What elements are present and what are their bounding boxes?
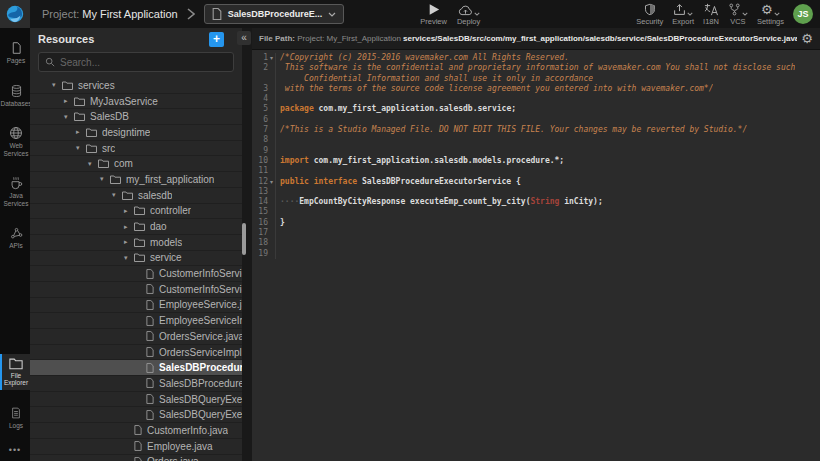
collapse-panel-button[interactable]: « — [237, 31, 251, 45]
line-number: 6 — [252, 115, 268, 125]
code-text: This software is the confidential and pr… — [280, 63, 795, 73]
code-lines: 1▾/*Copyright (c) 2015-2016 wavemaker.co… — [252, 53, 820, 259]
more-dots-icon[interactable]: ••• — [0, 445, 30, 455]
line-number: 4 — [252, 94, 268, 104]
search-input[interactable] — [60, 57, 227, 68]
deploy-button[interactable]: Deploy — [457, 0, 480, 28]
file-icon — [146, 378, 154, 388]
line-number: 14 — [252, 197, 268, 207]
tree-item-label: SalesDBProcedureExecutorServiceImpl.java — [159, 378, 242, 389]
tree-item[interactable]: ▸models — [30, 235, 242, 251]
fold-spacer — [268, 63, 276, 73]
preview-button[interactable]: Preview — [420, 0, 447, 28]
add-resource-button[interactable]: + — [209, 32, 224, 47]
collapse-arrow-icon[interactable]: ▾ — [64, 113, 74, 121]
tree-item[interactable]: ▾com — [30, 156, 242, 172]
file-icon — [146, 410, 154, 420]
tree-item[interactable]: ▸controller — [30, 204, 242, 220]
tree-item[interactable]: ▸designtime — [30, 125, 242, 141]
resource-search[interactable] — [38, 52, 234, 72]
tree-item[interactable]: CustomerInfo.java — [30, 423, 242, 439]
open-file-dropdown[interactable]: SalesDBProcedureE... — [204, 4, 345, 24]
collapse-arrow-icon[interactable]: ▾ — [100, 175, 110, 183]
tree-item[interactable]: ▸MyJavaService — [30, 94, 242, 110]
deploy-cloud-icon — [458, 4, 473, 16]
security-button[interactable]: Security — [636, 0, 663, 28]
chevron-down-icon — [742, 12, 748, 16]
fold-spacer — [268, 187, 276, 197]
tree-item[interactable]: CustomerInfoServiceImpl.java — [30, 282, 242, 298]
expand-arrow-icon[interactable]: ▸ — [76, 128, 86, 136]
project-breadcrumb: Project:My First Application — [42, 8, 178, 20]
collapse-arrow-icon[interactable]: ▾ — [88, 160, 98, 168]
i18n-button[interactable]: I18N — [703, 0, 719, 28]
tree-item[interactable]: SalesDBQueryExecutorServiceImpl.java — [30, 407, 242, 423]
code-line: 18 — [252, 238, 820, 248]
tree-item[interactable]: CustomerInfoService.java — [30, 266, 242, 282]
sidebar-item-logs[interactable]: Logs — [0, 403, 30, 433]
code-line: 2 This software is the confidential and … — [252, 63, 820, 73]
line-number: 8 — [252, 135, 268, 145]
tree-item[interactable]: SalesDBProcedureExecutorService.java — [30, 360, 242, 376]
sidebar-item-pages[interactable]: Pages — [0, 38, 30, 68]
sidebar-item-file-explorer[interactable]: File Explorer — [0, 354, 30, 390]
collapse-arrow-icon[interactable]: ▾ — [52, 81, 62, 89]
sidebar-item-apis[interactable]: APIs — [0, 223, 30, 253]
tree-item[interactable]: Orders.java — [30, 455, 242, 461]
tree-item[interactable]: EmployeeServiceImpl.java — [30, 313, 242, 329]
file-path-value: services/SalesDB/src/com/my_first_applic… — [403, 34, 797, 43]
folder-icon — [134, 206, 145, 215]
tree-item[interactable]: ▾my_first_application — [30, 172, 242, 188]
collapse-arrow-icon[interactable]: ▾ — [112, 191, 122, 199]
tree-item[interactable]: ▾SalesDB — [30, 109, 242, 125]
tree-item[interactable]: OrdersServiceImpl.java — [30, 345, 242, 361]
expand-arrow-icon[interactable]: ▸ — [124, 238, 134, 246]
tree-item[interactable]: Employee.java — [30, 439, 242, 455]
tree-scrollbar-thumb[interactable] — [242, 223, 246, 255]
line-number: 17 — [252, 228, 268, 238]
sidebar-item-web-services[interactable]: Web Services — [0, 123, 30, 160]
tree-item[interactable]: ▾services — [30, 78, 242, 94]
fold-spacer — [268, 218, 276, 228]
tree-item[interactable]: ▾service — [30, 251, 242, 267]
settings-button[interactable]: ⚙ Settings — [757, 0, 784, 28]
export-button[interactable]: Export — [672, 0, 694, 28]
expand-arrow-icon[interactable]: ▸ — [124, 223, 134, 231]
code-text: } — [280, 218, 285, 228]
tree-item-label: CustomerInfoService.java — [159, 268, 242, 279]
code-line: 11 — [252, 166, 820, 176]
tree-item-label: service — [150, 252, 182, 263]
vcs-button[interactable]: VCS — [728, 0, 748, 28]
tree-item[interactable]: ▾src — [30, 141, 242, 157]
wavemaker-logo[interactable] — [0, 0, 30, 28]
expand-arrow-icon[interactable]: ▸ — [124, 207, 134, 215]
fold-spacer — [268, 228, 276, 238]
user-avatar[interactable]: JS — [793, 4, 813, 24]
collapse-arrow-icon[interactable]: ▾ — [124, 254, 134, 262]
tree-item[interactable]: ▸dao — [30, 219, 242, 235]
tree-item-label: SalesDBProcedureExecutorService.java — [159, 362, 242, 373]
file-icon — [146, 269, 154, 279]
shield-icon — [644, 3, 656, 16]
apis-icon — [10, 226, 23, 240]
fold-arrow-icon[interactable]: ▾ — [268, 53, 276, 63]
tree-item[interactable]: SalesDBQueryExecutorService.java — [30, 392, 242, 408]
tree-item[interactable]: SalesDBProcedureExecutorServiceImpl.java — [30, 376, 242, 392]
tree-item-label: Employee.java — [147, 441, 213, 452]
tree-item-label: MyJavaService — [90, 96, 158, 107]
sidebar-item-databases[interactable]: Databases — [0, 81, 30, 111]
tree-item[interactable]: ▾salesdb — [30, 188, 242, 204]
i18n-label: I18N — [703, 17, 719, 26]
fold-spacer — [268, 156, 276, 166]
file-icon — [134, 457, 142, 461]
tree-item[interactable]: EmployeeService.java — [30, 298, 242, 314]
collapse-arrow-icon[interactable]: ▾ — [76, 144, 86, 152]
code-text: /*Copyright (c) 2015-2016 wavemaker.com … — [280, 53, 569, 63]
sidebar-item-java-services[interactable]: Java Services — [0, 173, 30, 210]
expand-arrow-icon[interactable]: ▸ — [64, 97, 74, 105]
fold-arrow-icon[interactable]: ▾ — [268, 177, 276, 187]
code-editor[interactable]: 1▾/*Copyright (c) 2015-2016 wavemaker.co… — [252, 50, 820, 461]
editor-settings-gear-icon[interactable]: ⚙ — [801, 32, 813, 45]
tree-item[interactable]: OrdersService.java — [30, 329, 242, 345]
tree-item-label: my_first_application — [126, 174, 214, 185]
